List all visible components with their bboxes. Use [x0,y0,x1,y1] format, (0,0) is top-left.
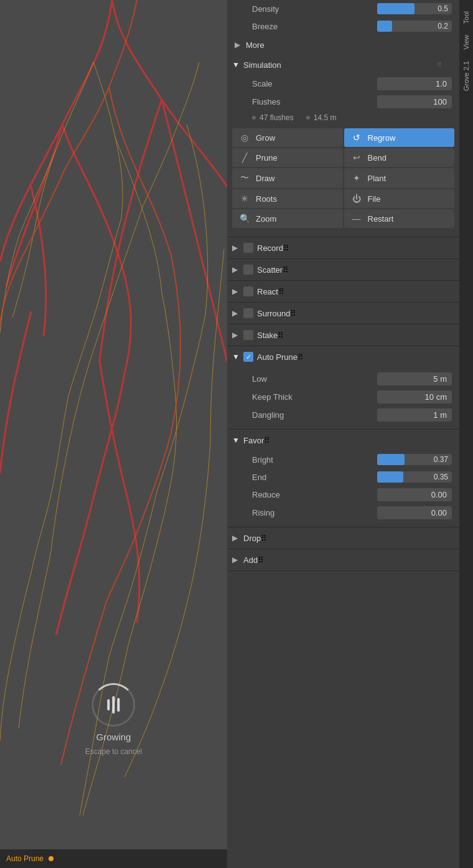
roots-icon: ✳ [238,194,251,204]
drop-drag: ⠿ [261,534,267,543]
drop-chevron: ▶ [232,534,240,542]
status-bar: Auto Prune [0,849,227,868]
breeze-slider[interactable]: 0.2 [377,21,452,32]
low-label: Low [252,374,377,384]
plant-icon: ✦ [350,173,363,183]
auto-prune-toggle[interactable] [243,352,253,362]
bend-button[interactable]: ↩ Bend [344,148,455,167]
scatter-header[interactable]: ▶ Scatter ⠿ [227,259,459,280]
grove-tab[interactable]: Grove 2.1 [461,56,472,96]
favor-drag: ⠿ [264,436,270,445]
low-value[interactable]: 5 m [377,372,452,385]
bright-label: Bright [252,455,377,465]
rising-value[interactable]: 0.00 [377,506,452,519]
add-section: ▶ Add ⠿ [227,549,459,571]
drop-section: ▶ Drop ⠿ [227,527,459,549]
end-label: End [252,473,377,482]
add-header[interactable]: ▶ Add ⠿ [227,549,459,570]
view-tab[interactable]: View [461,30,472,55]
flushes-value[interactable]: 100 [377,95,452,108]
grow-button[interactable]: ◎ Grow [232,128,343,147]
auto-prune-fields: Low 5 m Keep Thick 10 cm Dangling 1 m [227,367,459,429]
keep-thick-label: Keep Thick [252,392,377,402]
rising-row: Rising 0.00 [227,504,459,522]
restart-button[interactable]: — Restart [344,209,455,228]
bright-slider[interactable]: 0.37 [377,454,452,465]
keep-thick-value[interactable]: 10 cm [377,390,452,403]
record-chevron: ▶ [232,243,240,252]
react-toggle[interactable] [243,286,253,296]
low-row: Low 5 m [227,370,459,388]
dangling-value[interactable]: 1 m [377,408,452,422]
favor-title: Favor [243,436,264,445]
status-dot [49,856,54,861]
end-slider[interactable]: 0.35 [377,471,452,483]
react-title: React [257,287,278,296]
draw-icon: 〜 [238,172,251,184]
scale-value[interactable]: 1.0 [377,77,452,90]
auto-prune-header[interactable]: ▼ Auto Prune ⠿ [227,346,459,367]
breeze-label: Breeze [252,22,377,31]
auto-prune-chevron: ▼ [232,352,240,361]
plant-button[interactable]: ✦ Plant [344,168,455,188]
actions-grid: ◎ Grow ↺ Regrow ╱ Prune ↩ Bend 〜 Draw ✦ … [227,125,459,232]
surround-header[interactable]: ▶ Surround ⠿ [227,303,459,324]
dangling-label: Dangling [252,410,377,420]
stat-height: 14.5 m [306,113,337,122]
surround-title: Surround [257,309,290,318]
draw-button[interactable]: 〜 Draw [232,168,343,188]
bright-row: Bright 0.37 [227,451,459,468]
record-section: ▶ Record ⠿ [227,237,459,259]
record-toggle[interactable] [243,243,253,253]
sim-chevron: ▼ [232,60,240,69]
regrow-button[interactable]: ↺ Regrow [344,128,455,147]
simulation-section: ▼ Simulation ⠿ Scale 1.0 Flushes 100 47 … [227,55,459,237]
react-header[interactable]: ▶ React ⠿ [227,281,459,302]
stake-toggle[interactable] [243,330,253,340]
scale-label: Scale [252,79,377,88]
stat-dot-1 [252,116,256,120]
flushes-row: Flushes 100 [227,93,459,111]
favor-chevron: ▼ [232,436,240,445]
reduce-row: Reduce 0.00 [227,486,459,504]
sim-drag-handle: ⠿ [437,62,442,68]
stake-header[interactable]: ▶ Stake ⠿ [227,324,459,346]
keep-thick-row: Keep Thick 10 cm [227,388,459,406]
react-chevron: ▶ [232,287,240,296]
viewport: Growing Escape to cancel Auto Prune [0,0,227,868]
stake-drag: ⠿ [278,331,284,340]
flushes-label: Flushes [252,97,377,106]
tool-tab[interactable]: Tool [461,6,472,29]
zoom-button[interactable]: 🔍 Zoom [232,209,343,228]
prune-button[interactable]: ╱ Prune [232,148,343,167]
scatter-section: ▶ Scatter ⠿ [227,259,459,281]
simulation-header[interactable]: ▼ Simulation ⠿ [227,55,459,75]
favor-header[interactable]: ▼ Favor ⠿ [227,430,459,451]
escape-text: Escape to cancel [85,747,142,756]
surround-section: ▶ Surround ⠿ [227,303,459,324]
density-row: Density 0.5 [227,0,459,17]
growing-text: Growing [96,732,131,742]
scale-row: Scale 1.0 [227,75,459,93]
record-drag: ⠿ [283,243,289,253]
auto-prune-section: ▼ Auto Prune ⠿ Low 5 m Keep Thick 10 cm … [227,346,459,430]
bend-icon: ↩ [350,153,363,163]
surround-toggle[interactable] [243,308,253,318]
record-header[interactable]: ▶ Record ⠿ [227,237,459,258]
stat-flushes: 47 flushes [252,113,294,122]
scatter-toggle[interactable] [243,265,253,275]
roots-button[interactable]: ✳ Roots [232,189,343,208]
breeze-row: Breeze 0.2 [227,17,459,35]
more-section[interactable]: ▶ More [227,35,459,55]
drop-header[interactable]: ▶ Drop ⠿ [227,527,459,549]
end-row: End 0.35 [227,468,459,486]
scatter-drag: ⠿ [283,265,289,275]
more-title: More [246,40,265,50]
file-button[interactable]: ⏻ File [344,189,455,208]
drop-title: Drop [243,534,261,543]
reduce-value[interactable]: 0.00 [377,488,452,501]
density-slider[interactable]: 0.5 [377,3,452,14]
auto-prune-title: Auto Prune [257,352,297,362]
stat-dot-2 [306,116,310,120]
add-chevron: ▶ [232,555,240,564]
